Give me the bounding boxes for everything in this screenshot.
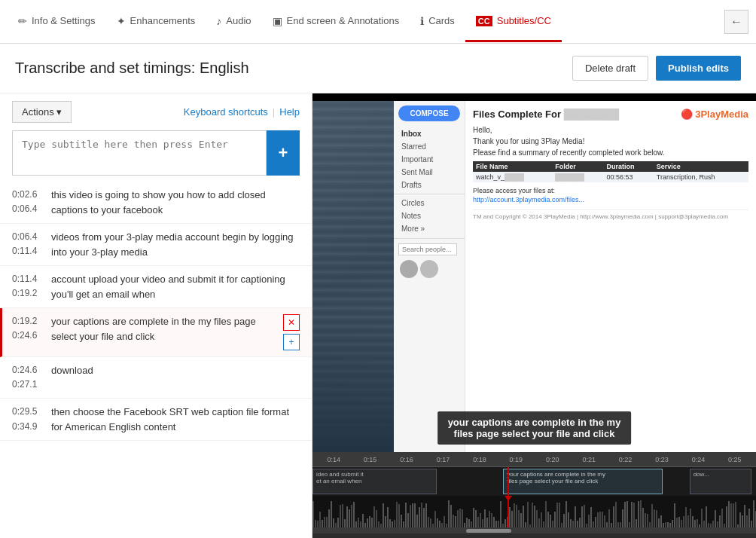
waveform-bar — [715, 510, 716, 527]
people-search-input[interactable] — [398, 243, 457, 255]
tab-enhancements[interactable]: ✦ Enhancements — [106, 2, 206, 43]
waveform-bar — [453, 515, 454, 527]
add-subtitle-after-button[interactable]: + — [283, 334, 300, 350]
pencil-icon: ✏ — [18, 15, 27, 27]
delete-draft-button[interactable]: Delete draft — [572, 56, 648, 81]
waveform-bar — [565, 501, 567, 527]
waveform-bar — [541, 512, 542, 527]
top-nav: ✏ Info & Settings ✦ Enhancements ♪ Audio… — [0, 0, 756, 44]
waveform-bar — [373, 506, 375, 527]
waveform-bar — [694, 520, 696, 527]
actions-button[interactable]: Actions ▾ — [12, 101, 72, 123]
waveform — [312, 496, 756, 527]
back-button[interactable]: ← — [724, 10, 748, 34]
waveform-bar — [434, 511, 436, 527]
waveform-bar — [721, 509, 723, 527]
waveform-bar — [737, 524, 739, 528]
subtitle-input[interactable] — [12, 130, 267, 176]
waveform-bar — [556, 503, 558, 527]
waveform-bar — [651, 504, 653, 527]
waveform-bar — [360, 521, 361, 527]
tab-audio[interactable]: ♪ Audio — [206, 2, 261, 43]
waveform-bar — [622, 509, 623, 527]
waveform-bar — [602, 512, 603, 527]
email-greeting: Hello, — [473, 124, 748, 136]
header-actions: Delete draft Publish edits — [572, 56, 741, 81]
compose-button[interactable]: COMPOSE — [398, 105, 460, 121]
waveform-bar — [380, 524, 382, 527]
waveform-bar — [462, 509, 463, 527]
delete-subtitle-button[interactable]: ✕ — [283, 314, 300, 331]
waveform-bar — [586, 524, 587, 527]
waveform-bar — [362, 514, 364, 527]
waveform-bar — [389, 519, 391, 527]
access-link[interactable]: http://account.3playmedia.com/files... — [473, 196, 748, 203]
timeline-tick: 0:24 — [680, 456, 716, 463]
subtitle-list: 0:02.6 0:06.4 this video is going to sho… — [0, 182, 312, 538]
tab-cards[interactable]: ℹ Cards — [410, 2, 465, 43]
timeline-tick: 0:14 — [316, 456, 352, 463]
waveform-bar — [344, 519, 346, 527]
waveform-bar — [717, 521, 718, 527]
timeline-tick: 0:25 — [717, 456, 753, 463]
waveform-bar — [523, 506, 524, 527]
waveform-bar — [712, 521, 714, 527]
email-footer: TM and Copyright © 2014 3PlayMedia | htt… — [473, 209, 748, 220]
timeline-tick: 0:23 — [644, 456, 680, 463]
waveform-bar — [753, 500, 754, 527]
tab-endscreen[interactable]: ▣ End screen & Annotations — [262, 2, 410, 43]
screen-icon: ▣ — [273, 15, 282, 27]
waveform-bar — [419, 507, 420, 527]
tab-info[interactable]: ✏ Info & Settings — [8, 2, 106, 43]
waveform-bar — [414, 503, 416, 527]
email-body: Files Complete For ████████ 🔴 3PlayMedia… — [465, 101, 756, 452]
waveform-bar — [647, 514, 648, 527]
subtitle-text: videos from your 3-play media account be… — [51, 230, 300, 259]
waveform-bar — [611, 523, 612, 527]
waveform-bar — [441, 523, 443, 527]
waveform-bar — [407, 513, 409, 527]
waveform-bar — [577, 521, 578, 527]
caption-overlay: your captions are complete in the myfile… — [437, 411, 632, 445]
info-icon: ℹ — [420, 15, 424, 27]
waveform-bar — [640, 500, 642, 527]
subtitle-text: download — [51, 363, 300, 378]
help-link[interactable]: Help — [279, 106, 300, 118]
video-area: COMPOSE Inbox Starred Important Sent Mai… — [312, 93, 756, 452]
time-col: 0:02.6 0:06.4 — [12, 188, 44, 216]
waveform-bar — [690, 509, 691, 527]
waveform-bar — [728, 501, 730, 527]
subtitle-text: then choose the Facebook SRT web caption… — [51, 405, 300, 434]
subtitle-item: 0:06.4 0:11.4 videos from your 3-play me… — [0, 224, 312, 266]
email-sidebar: COMPOSE Inbox Starred Important Sent Mai… — [394, 101, 465, 452]
waveform-bar — [563, 514, 565, 527]
waveform-bar — [536, 510, 538, 527]
waveform-bar — [701, 509, 703, 527]
waveform-bar — [724, 524, 725, 527]
waveform-bar — [437, 518, 438, 527]
keyboard-shortcuts-link[interactable]: Keyboard shortcuts — [184, 106, 268, 118]
waveform-bar — [608, 509, 610, 527]
waveform-bar — [491, 513, 492, 527]
waveform-bar — [376, 510, 377, 527]
waveform-bar — [708, 523, 709, 527]
subtitle-item: 0:02.6 0:06.4 this video is going to sho… — [0, 182, 312, 224]
scroll-thumb[interactable] — [466, 529, 511, 533]
tab-subtitles[interactable]: CC Subtitles/CC — [465, 2, 562, 42]
waveform-bar — [570, 519, 572, 527]
publish-button[interactable]: Publish edits — [656, 56, 741, 81]
waveform-bar — [703, 521, 705, 527]
waveform-bar — [579, 518, 581, 527]
waveform-bar — [383, 503, 384, 527]
waveform-bar — [532, 503, 533, 527]
waveform-bar — [432, 524, 434, 527]
waveform-bar — [748, 509, 750, 527]
waveform-bar — [398, 504, 400, 527]
waveform-bar — [346, 506, 348, 527]
waveform-bar — [500, 501, 501, 527]
waveform-bar — [448, 500, 450, 527]
waveform-bar — [545, 501, 547, 527]
add-subtitle-button[interactable]: + — [267, 130, 300, 176]
page-title: Transcribe and set timings: English — [15, 60, 249, 77]
waveform-bar — [613, 506, 614, 527]
